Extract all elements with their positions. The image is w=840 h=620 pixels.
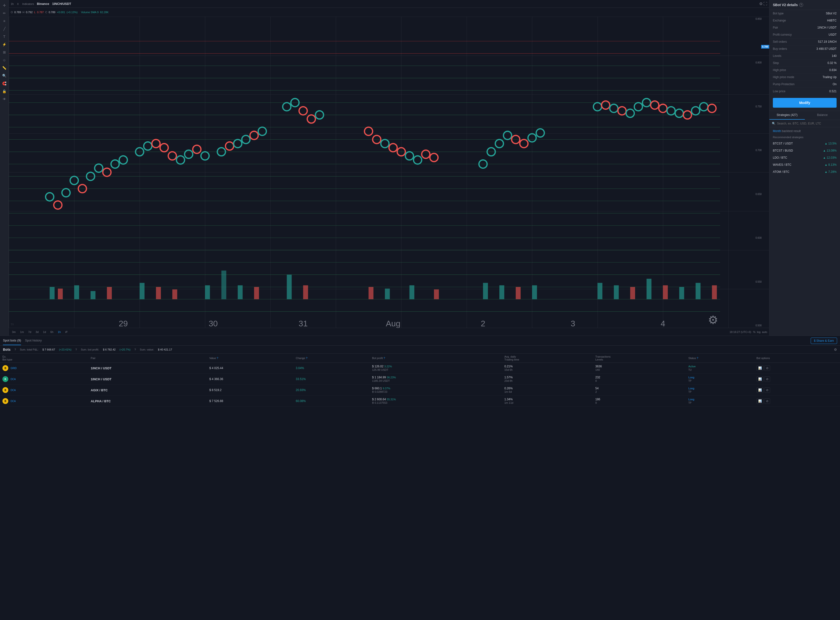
timeframe-selector[interactable]: 1h	[11, 3, 14, 5]
bot-profit-2: $ 660.1 9.37% B 0.0288723	[370, 385, 502, 396]
crosshair-tool[interactable]: ✛	[1, 2, 8, 9]
close-value: 0.789	[48, 11, 56, 14]
svg-rect-90	[90, 291, 95, 299]
backtest-result-text: backtest result	[782, 129, 801, 133]
strategy-item-4[interactable]: ATOM / BTC ▲ 7.28%	[769, 169, 840, 176]
app-container: ✛ ✏ ≡ ╱ T ⚡ ⊞ ☺ 📏 🔍 🧲 🔒 👁 1h 🕯 Indicator…	[0, 0, 840, 620]
chart-btn-0[interactable]: 📊	[757, 366, 763, 371]
modify-button[interactable]: Modify	[773, 98, 837, 108]
share-earn-button[interactable]: $ Share & Earn	[811, 337, 837, 344]
settings-btn[interactable]: ⚙	[759, 2, 763, 6]
chart-btn-3[interactable]: 📊	[757, 398, 763, 404]
help-icon-value: ?	[134, 348, 136, 351]
bot-exchange-1: K DCA	[0, 374, 89, 385]
tf-1m[interactable]: 1m	[19, 330, 25, 334]
exchange-value: HitBTC	[827, 19, 837, 22]
svg-text:4: 4	[661, 319, 665, 328]
tf-7d[interactable]: 7d	[27, 330, 33, 334]
svg-text:⚙: ⚙	[708, 314, 718, 327]
zoom-tool[interactable]: 🔍	[1, 72, 8, 79]
measure-tool[interactable]: ⚡	[1, 41, 8, 48]
chart-main: 1h 🕯 Indicators Binance 1INCH/USDT ⚙ ⛶ O…	[9, 0, 769, 336]
profit-currency-value: USDT	[828, 33, 837, 36]
svg-rect-101	[369, 287, 373, 299]
spot-history-tab[interactable]: Spot history	[25, 336, 42, 345]
stop-btn-0[interactable]: ⊘	[764, 366, 770, 371]
indicators-btn[interactable]: Indicators	[22, 3, 34, 5]
emoji-tool[interactable]: ☺	[1, 57, 8, 63]
bot-profit-3: $ 2 600.64 55.31% B 0.1137553	[370, 396, 502, 407]
pct-scale[interactable]: %	[753, 331, 756, 333]
eye-tool[interactable]: 👁	[1, 96, 8, 102]
strategies-section: Strategies (427) Balance 🔍 Month backtes…	[769, 111, 840, 176]
bot-pair-3: ALPHA / BTC	[89, 396, 207, 407]
lines-tool[interactable]: ≡	[1, 18, 8, 24]
svg-rect-87	[50, 287, 54, 299]
svg-rect-115	[696, 283, 701, 299]
help-icon-pnl: ?	[14, 348, 16, 351]
status-sub-0: TU	[688, 369, 691, 371]
pencil-tool[interactable]: ✏	[1, 10, 8, 17]
strategies-search-bar[interactable]: 🔍	[769, 120, 840, 128]
text-tool[interactable]: T	[1, 33, 8, 40]
pair-label[interactable]: 1INCH/USDT	[52, 2, 71, 6]
status-sub-3: TP	[688, 402, 691, 404]
chart-btn-1[interactable]: 📊	[757, 376, 763, 382]
high-price-row: High price 0.834	[769, 67, 840, 74]
filter-button[interactable]: ⚙	[834, 348, 837, 352]
bot-type-badge-3: DCA	[11, 400, 16, 402]
spot-bots-tab[interactable]: Spot bots (9)	[3, 336, 21, 345]
tf-1h[interactable]: 1h	[57, 330, 62, 334]
strategy-item-3[interactable]: WAVES / BTC ▲ 8.13%	[769, 161, 840, 169]
tf-3m[interactable]: 3m	[11, 330, 17, 334]
compare-btn[interactable]: ⇄	[64, 330, 69, 334]
svg-text:31: 31	[299, 319, 308, 328]
th-pair: Pair	[89, 354, 207, 363]
tf-3d[interactable]: 3d	[35, 330, 40, 334]
chart-canvas[interactable]: 29 30 31 Aug 2 3 4 ⚙ 0.850 0.800 0.750	[9, 17, 769, 328]
chart-btn-2[interactable]: 📊	[757, 387, 763, 393]
stop-btn-2[interactable]: ⊘	[764, 387, 770, 393]
bots-table-container[interactable]: Ex.Bot type Pair Value ? Change ? Bot pr…	[0, 354, 840, 620]
help-icon[interactable]: ?	[799, 3, 803, 7]
bot-options-0: 📊 ⊘	[754, 363, 840, 374]
strategies-search-input[interactable]	[777, 122, 837, 125]
bot-options-3: 📊 ⊘	[754, 396, 840, 407]
stop-btn-1[interactable]: ⊘	[764, 376, 770, 382]
price-level-700: 0.700	[756, 149, 768, 152]
bot-status-1: Long TP	[686, 374, 754, 385]
tf-6h[interactable]: 6h	[49, 330, 54, 334]
exchange-label[interactable]: Binance	[37, 2, 49, 6]
auto-scale[interactable]: auto	[762, 331, 767, 333]
sum-value-label: Sum. value:	[140, 348, 154, 351]
lock-tool[interactable]: 🔒	[1, 88, 8, 95]
table-row: B DCA ALPHA / BTC $ 7 526.88 60.08% $ 2 …	[0, 396, 840, 407]
candle-type-selector[interactable]: 🕯	[17, 3, 19, 5]
high-value: 0.792	[26, 11, 33, 14]
strategy-profit-2: ▲ 12.03%	[823, 156, 837, 160]
strategy-item-0[interactable]: BTCST / USDT ▲ 13.5%	[769, 140, 840, 147]
bot-type-value: SBot V2	[826, 12, 837, 15]
price-level-500: 0.500	[756, 324, 768, 327]
strategy-item-2[interactable]: LDO / BTC ▲ 12.03%	[769, 154, 840, 161]
stop-btn-3[interactable]: ⊘	[764, 398, 770, 404]
draw-line-tool[interactable]: ╱	[1, 26, 8, 32]
ruler-tool[interactable]: 📏	[1, 65, 8, 71]
left-toolbar: ✛ ✏ ≡ ╱ T ⚡ ⊞ ☺ 📏 🔍 🧲 🔒 👁	[0, 0, 9, 336]
high-price-value: 0.834	[829, 68, 837, 72]
log-scale[interactable]: log	[757, 331, 761, 333]
bots-header: Bots ? Sum. total P&L: $ 7 668.67 (+23.4…	[0, 346, 840, 354]
pnl-change: (+23.41%)	[59, 348, 72, 351]
shapes-tool[interactable]: ⊞	[1, 49, 8, 56]
low-value: 0.787	[37, 11, 44, 14]
fullscreen-btn[interactable]: ⛶	[763, 2, 767, 6]
th-transactions: TransactionsLevels	[593, 354, 686, 363]
bot-profit-0: $ 126.02 3.22% 125.99 USDT	[370, 363, 502, 374]
volume-label: Volume SMA 9	[81, 11, 99, 14]
tf-1d[interactable]: 1d	[42, 330, 47, 334]
strategy-item-1[interactable]: BTCST / BUSD ▲ 13.08%	[769, 147, 840, 154]
magnet-tool[interactable]: 🧲	[1, 80, 8, 87]
balance-tab[interactable]: Balance	[805, 111, 840, 120]
strategies-tab[interactable]: Strategies (427)	[769, 111, 805, 120]
bot-type-row: Bot type SBot V2	[769, 10, 840, 17]
